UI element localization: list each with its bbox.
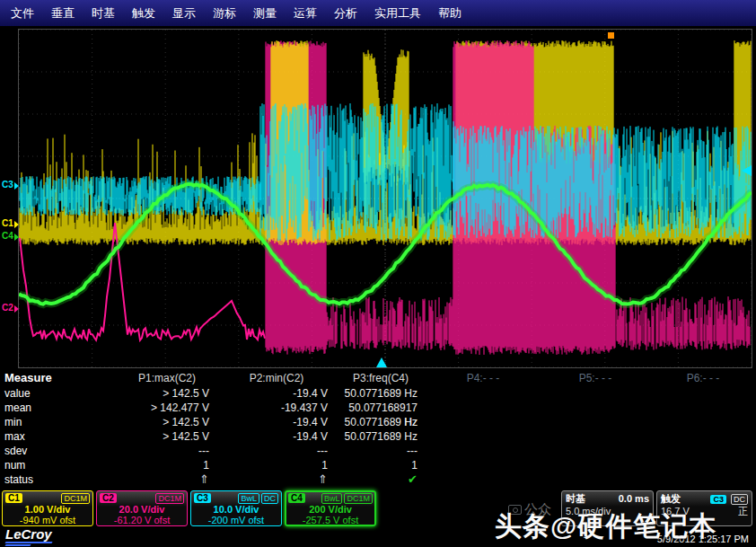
menu-bar: 文件 垂直 时基 触发 显示 游标 测量 运算 分析 实用工具 帮助 [0,0,756,27]
measure-status-p2: ⇑ [217,472,336,487]
measure-cell [426,472,541,487]
channel-zero-marker-c4[interactable]: C4 [2,231,19,241]
measure-cell [426,429,541,444]
lecroy-logo-text: LeCroy [5,526,52,542]
channel-offset: -940 mV ofst [5,515,90,525]
measure-cell: 50.0771689 Hz [336,386,426,401]
channel-descriptor-c3[interactable]: C3 BwL DC 10.0 V/div -200 mV ofst [190,490,282,526]
measure-cell: -19.437 V [217,401,336,415]
measure-header-p5[interactable]: P5:- - - [541,370,650,386]
measure-cell [650,472,756,487]
measure-row-label: value [0,386,117,401]
menu-cursors[interactable]: 游标 [213,5,236,22]
timebase-label: 时基 [566,492,585,506]
measure-cell [650,386,756,401]
measure-row-label: status [0,472,117,487]
measure-cell [541,429,650,444]
waveform-canvas [19,30,752,367]
menu-timebase[interactable]: 时基 [92,5,115,22]
measure-cell [650,429,756,444]
measure-cell [650,458,756,472]
coupling-badge: DC1M [155,493,184,504]
measure-cell [426,458,541,472]
channel-zero-marker-c2[interactable]: C2 [2,303,19,313]
lecroy-logo: LeCroy [5,528,52,546]
measure-cell: --- [217,444,336,458]
measure-cell: 50.077168917 Hz [336,401,426,415]
measure-header-p6[interactable]: P6:- - - [650,370,756,386]
menu-help[interactable]: 帮助 [438,5,462,22]
measure-cell [541,386,650,401]
measure-status-p1: ⇑ [117,472,217,487]
measure-cell: -19.4 V [217,415,336,429]
volts-per-div: 200 V/div [288,504,373,515]
measure-row-label: max [0,429,117,444]
menu-vertical[interactable]: 垂直 [51,5,75,22]
measure-row-label: mean [0,401,117,415]
cursor-marker[interactable] [608,32,614,39]
measure-header-p1[interactable]: P1:max(C2) [117,370,217,386]
menu-trigger[interactable]: 触发 [132,5,155,22]
measure-header-p3[interactable]: P3:freq(C4) [336,370,426,386]
measure-cell [541,415,650,429]
measure-cell: > 142.477 V [117,401,217,415]
trigger-coupling-badge: DC [731,494,748,505]
measure-cell [650,415,756,429]
menu-measure[interactable]: 测量 [253,5,277,22]
menu-display[interactable]: 显示 [172,5,196,22]
menu-file[interactable]: 文件 [11,5,34,22]
watermark-big: 头条@硬件笔记本 [495,508,716,545]
menu-analysis[interactable]: 分析 [334,5,357,22]
menu-math[interactable]: 运算 [294,5,317,22]
coupling-badge: DC1M [61,493,90,504]
measure-cell: 50.0771689 Hz [336,415,426,429]
channel-offset: -257.5 V ofst [288,515,373,525]
measure-cell [650,444,756,458]
channel-id-badge-c3: C3 [194,493,211,503]
measure-row-label: sdev [0,444,117,458]
measure-cell [541,472,650,487]
measure-cell [426,401,541,415]
channel-id-badge-c4: C4 [288,493,305,503]
measure-cell: --- [117,444,217,458]
coupling-badge: DC1M [344,493,373,504]
measure-cell: --- [336,444,426,458]
measure-cell [426,386,541,401]
measure-cell [541,401,650,415]
measure-row-label: min [0,415,117,429]
menu-utilities[interactable]: 实用工具 [374,5,421,22]
measure-header-p4[interactable]: P4:- - - [426,370,541,386]
waveform-display [18,29,752,368]
channel-descriptor-c1[interactable]: C1 DC1M 1.00 V/div -940 mV ofst [2,490,93,526]
measure-cell [426,444,541,458]
channel-zero-marker-c3[interactable]: C3 [2,180,19,190]
measure-cell: > 142.5 V [117,415,217,429]
bandwidth-limit-badge: BwL [238,493,259,504]
logo-swoosh [4,542,52,543]
channel-offset: -61.20 V ofst [100,515,184,525]
measure-cell: > 142.5 V [117,386,217,401]
trigger-source-badge: C3 [710,495,726,504]
measure-cell: 1 [336,458,426,472]
timebase-delay: 0.0 ms [619,493,649,504]
measure-cell [426,415,541,429]
measure-cell [541,458,650,472]
channel-descriptor-c4[interactable]: C4 BwL DC1M 200 V/div -257.5 V ofst [285,490,376,526]
measure-status-p3: ✔ [336,472,426,487]
volts-per-div: 10.0 V/div [194,504,278,515]
coupling-badge: DC [261,493,278,504]
trigger-label: 触发 [661,492,681,506]
measure-cell: 1 [217,458,336,472]
channel-descriptor-c2[interactable]: C2 DC1M 20.0 V/div -61.20 V ofst [96,490,188,526]
measure-cell: -19.4 V [217,386,336,401]
channel-offset: -200 mV ofst [194,515,278,525]
measure-header-p2[interactable]: P2:min(C2) [217,370,336,386]
channel-id-badge-c2: C2 [100,493,117,503]
measure-cell: 1 [117,458,217,472]
volts-per-div: 1.00 V/div [5,504,90,515]
measure-cell: 50.0771689 Hz [336,429,426,444]
bandwidth-limit-badge: BwL [321,493,343,504]
measure-cell [650,401,756,415]
channel-zero-marker-c1[interactable]: C1 [2,218,19,228]
logo-swoosh [4,544,31,546]
